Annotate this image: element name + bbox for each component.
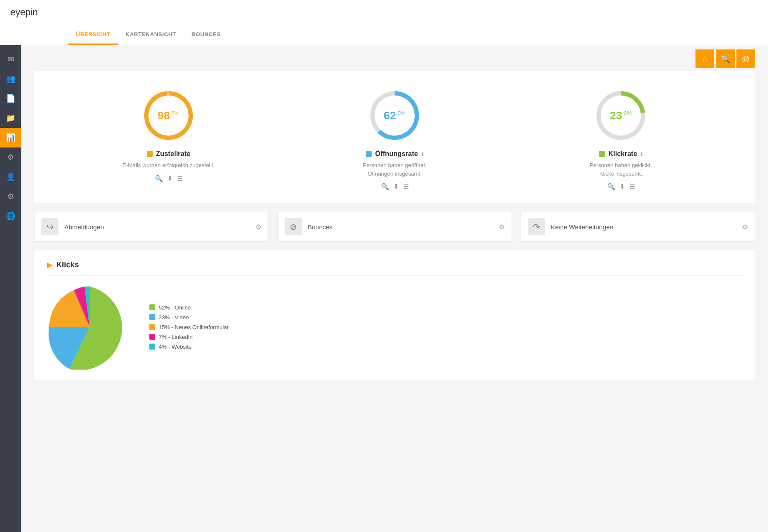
stat-card-klickrate: 23,0% Klickrate ℹ Personen haben geklick…	[512, 88, 730, 191]
badge-bounces: ⊘ Bounces ⚙	[277, 212, 512, 242]
list-action-icon3[interactable]: ☰	[629, 183, 635, 191]
legend-item-online: 52% - Online	[149, 304, 229, 311]
weiterleitungen-icon: ↷	[528, 218, 545, 235]
users-icon: 👥	[6, 74, 15, 84]
onlineformular-dot	[149, 324, 155, 330]
klickrate-dot	[599, 151, 605, 157]
search-action-icon[interactable]: 🔍	[155, 175, 163, 182]
offnungsrate-info-icon[interactable]: ℹ	[422, 151, 424, 157]
stats-row: 98,5% Zustellrate E-Mails wurden erfolgr…	[60, 88, 730, 191]
sidebar: ✉ 👥 📄 📁 📊 ⚙ 👤 ⚙ 🌐	[0, 45, 21, 532]
klicks-title: ▶ Klicks	[47, 260, 742, 276]
legend-item-linkedin: 7% - LinkedIn	[149, 334, 229, 340]
search-action-icon2[interactable]: 🔍	[381, 183, 389, 191]
zustellrate-title: Zustellrate	[147, 150, 191, 158]
chart-icon: 📊	[6, 133, 15, 142]
tab-ubersicht[interactable]: ÜBERSICHT	[68, 25, 118, 45]
donut-offnungsrate: 62,0%	[367, 88, 422, 143]
sidebar-item-document[interactable]: 📄	[0, 89, 21, 108]
klicks-content: 52% - Online 23% - Video 15% - Neues Onl…	[47, 284, 742, 370]
person-icon: 👤	[6, 172, 15, 182]
klickrate-actions: 🔍 ⬇ ☰	[607, 183, 635, 191]
offnungsrate-dot	[366, 151, 372, 157]
offnungsrate-actions: 🔍 ⬇ ☰	[381, 183, 409, 191]
online-dot	[149, 304, 155, 310]
klickrate-value: 23,0%	[610, 109, 631, 122]
klicks-section: ▶ Klicks	[34, 250, 755, 380]
abmeldungen-gear-icon[interactable]: ⚙	[256, 223, 262, 231]
tab-bounces[interactable]: BOUNCES	[184, 25, 229, 45]
zustellrate-dot	[147, 151, 153, 157]
stat-card-offnungsrate: 62,0% Öffnungsrate ℹ Personen haben geöf…	[286, 88, 503, 191]
nav-bar: ÜBERSICHT KARTENANSICHT BOUNCES	[0, 25, 768, 45]
main-wrapper: ✉ 👥 📄 📁 📊 ⚙ 👤 ⚙ 🌐 ⌂ 🔍 @	[0, 45, 768, 532]
donut-klickrate: 23,0%	[593, 88, 649, 143]
sidebar-item-users[interactable]: 👥	[0, 69, 21, 89]
bounces-icon: ⊘	[285, 218, 302, 235]
list-action-icon[interactable]: ☰	[177, 175, 183, 182]
sidebar-item-chart[interactable]: 📊	[0, 128, 21, 147]
download-action-icon[interactable]: ⬇	[167, 175, 173, 182]
pie-chart	[47, 284, 132, 370]
klicks-legend: 52% - Online 23% - Video 15% - Neues Onl…	[149, 304, 229, 350]
bounces-gear-icon[interactable]: ⚙	[499, 223, 505, 231]
offnungsrate-value: 62,0%	[384, 109, 405, 122]
abmeldungen-label: Abmeldungen	[64, 223, 250, 231]
legend-item-onlineformular: 15% - Neues Onlineformular	[149, 324, 229, 330]
klickrate-desc: Personen haben geklickt. Klicks insgesam…	[590, 161, 652, 178]
main-content: ⌂ 🔍 @ 98,5%	[21, 45, 768, 532]
bounces-label: Bounces	[308, 223, 493, 231]
abmeldungen-icon: ↪	[41, 218, 58, 235]
linkedin-dot	[149, 334, 155, 340]
stats-section: 98,5% Zustellrate E-Mails wurden erfolgr…	[34, 71, 755, 203]
offnungsrate-title: Öffnungsrate ℹ	[366, 150, 423, 158]
list-action-icon2[interactable]: ☰	[403, 183, 409, 191]
klickrate-info-icon[interactable]: ℹ	[640, 151, 643, 157]
download-action-icon3[interactable]: ⬇	[620, 183, 625, 191]
sidebar-item-settings2[interactable]: ⚙	[0, 187, 21, 206]
tab-kartenansicht[interactable]: KARTENANSICHT	[118, 25, 183, 45]
app-logo: eyepin	[10, 7, 38, 18]
document-icon: 📄	[6, 94, 15, 103]
sidebar-item-email[interactable]: ✉	[0, 49, 21, 69]
legend-item-website: 4% - Website	[149, 344, 229, 350]
sidebar-item-settings1[interactable]: ⚙	[0, 147, 21, 167]
website-dot	[149, 344, 155, 350]
settings2-icon: ⚙	[7, 192, 14, 201]
badge-abmeldungen: ↪ Abmeldungen ⚙	[34, 212, 269, 242]
settings1-icon: ⚙	[7, 153, 14, 162]
cursor-icon: ▶	[47, 261, 52, 269]
zustellrate-desc: E-Mails wurden erfolgreich zugestellt.	[122, 161, 215, 170]
weiterleitungen-label: Keine Weiterleitungen	[551, 223, 736, 231]
offnungsrate-desc: Personen haben geöffnet. Öffnungen insge…	[363, 161, 426, 178]
search-button[interactable]: 🔍	[716, 49, 735, 68]
email-button[interactable]: @	[736, 49, 755, 68]
zustellrate-actions: 🔍 ⬇ ☰	[155, 175, 183, 182]
donut-zustellrate: 98,5%	[141, 88, 196, 143]
badge-weiterleitungen: ↷ Keine Weiterleitungen ⚙	[521, 212, 755, 242]
video-dot	[149, 314, 155, 320]
search-action-icon3[interactable]: 🔍	[607, 183, 615, 191]
sidebar-item-person[interactable]: 👤	[0, 167, 21, 187]
stat-card-zustellrate: 98,5% Zustellrate E-Mails wurden erfolgr…	[60, 88, 277, 182]
download-action-icon2[interactable]: ⬇	[393, 183, 399, 191]
globe-icon: 🌐	[6, 211, 15, 221]
folder-icon: 📁	[6, 113, 15, 123]
sidebar-item-folder[interactable]: 📁	[0, 108, 21, 128]
header: eyepin	[0, 0, 768, 25]
legend-item-video: 23% - Video	[149, 314, 229, 321]
info-badges: ↪ Abmeldungen ⚙ ⊘ Bounces ⚙ ↷ Keine Weit…	[34, 212, 755, 242]
email-icon: ✉	[8, 55, 14, 64]
klickrate-title: Klickrate ℹ	[599, 150, 643, 158]
zustellrate-value: 98,5%	[157, 109, 179, 122]
weiterleitungen-gear-icon[interactable]: ⚙	[742, 223, 748, 231]
sidebar-item-globe[interactable]: 🌐	[0, 206, 21, 226]
action-buttons: ⌂ 🔍 @	[695, 49, 755, 68]
home-button[interactable]: ⌂	[695, 49, 714, 68]
